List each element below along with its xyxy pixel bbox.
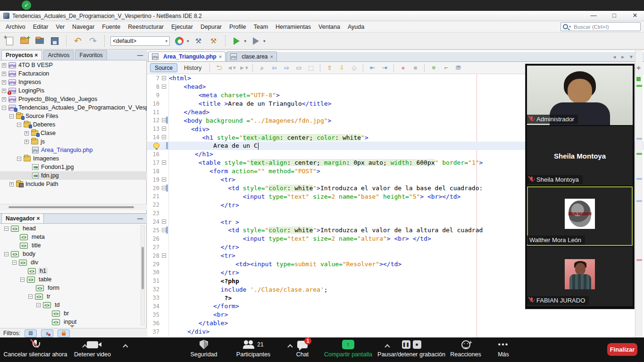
nav-tree-item[interactable]: <>h1 — [0, 267, 140, 275]
maximize-button[interactable]: □ — [607, 12, 621, 20]
tree-item[interactable]: −phpTendencias_Actuales_De_Programacion_… — [0, 103, 147, 112]
fold-collapse-icon[interactable]: − — [162, 160, 166, 165]
code-line[interactable]: 35 <br> — [147, 311, 644, 319]
nav-tree-item[interactable]: −<>table — [0, 275, 140, 284]
expand-icon[interactable]: + — [9, 182, 14, 186]
fold-collapse-icon[interactable]: − — [162, 84, 166, 89]
unmute-button[interactable]: Cancelar silenciar ahora — [0, 339, 71, 358]
participant-tile[interactable]: IRON MAIDENWalther Mora León — [527, 186, 633, 246]
quick-search[interactable]: ▾ Buscar (Ctrl+I) — [560, 22, 641, 31]
close-tab-icon[interactable]: × — [270, 54, 273, 59]
uncomment-button[interactable]: ⌐ — [441, 64, 451, 71]
pause-recording-icon[interactable]: ❚❚ — [402, 340, 410, 349]
stop-macro-recording-button[interactable]: ■ — [410, 64, 420, 71]
menu-ventana[interactable]: Ventana — [315, 22, 344, 32]
stop-recording-icon[interactable]: ■ — [413, 340, 421, 349]
tree-item[interactable]: −Imagenes — [0, 154, 147, 163]
scroll-tabs-left-icon[interactable]: ◄ — [612, 54, 617, 59]
fold-collapse-icon[interactable]: − — [162, 126, 166, 131]
browser-chrome-button[interactable] — [174, 35, 185, 47]
expand-icon[interactable]: + — [2, 89, 6, 93]
build-project-button[interactable]: ⚒ — [193, 35, 204, 47]
nav-tree-item[interactable]: <>title — [0, 241, 140, 250]
scroll-tabs-right-icon[interactable]: ► — [620, 54, 625, 59]
find-selection-button[interactable]: ⌕ — [257, 64, 267, 72]
menu-editar[interactable]: Editar — [29, 22, 52, 32]
debug-project-button[interactable] — [250, 35, 261, 47]
error-stripe-mark[interactable] — [636, 77, 641, 81]
menu-fuente[interactable]: Fuente — [98, 22, 124, 32]
tree-item[interactable]: +php!LogingPis — [0, 86, 147, 95]
nav-tree-item[interactable]: <>form — [0, 284, 140, 292]
error-stripe-mark[interactable] — [636, 259, 642, 261]
memory-view-button[interactable]: ⛃ — [453, 64, 463, 71]
minimize-panel-icon[interactable]: — — [137, 52, 143, 59]
fold-collapse-icon[interactable]: − — [162, 76, 166, 80]
last-edit-button[interactable]: ⮌ — [214, 64, 224, 71]
clean-build-button[interactable]: ⚒ — [208, 35, 219, 47]
rectangular-selection-button[interactable]: ⬚ — [306, 64, 316, 71]
new-file-button[interactable] — [4, 35, 15, 47]
collapse-icon[interactable]: − — [36, 303, 41, 307]
nav-tree-item[interactable]: <>br — [0, 309, 140, 318]
code-line[interactable]: 37 </div> — [147, 328, 644, 336]
share-screen-button[interactable]: ↑ Compartir pantalla — [321, 339, 376, 358]
nav-tree-item[interactable]: −<>tr — [0, 292, 140, 301]
expand-icon[interactable]: + — [2, 63, 6, 67]
open-project-button[interactable] — [34, 35, 45, 47]
start-macro-recording-button[interactable]: ● — [398, 64, 408, 71]
error-stripe-mark[interactable] — [636, 85, 642, 87]
menu-team[interactable]: Team — [250, 22, 272, 32]
expand-icon[interactable]: + — [25, 131, 29, 135]
tab-list-icon[interactable]: ▼ — [629, 54, 634, 59]
end-meeting-button[interactable]: Finalizar — [607, 343, 637, 356]
menu-navegar[interactable]: Navegar — [68, 22, 98, 32]
collapse-icon[interactable]: − — [20, 278, 25, 282]
tree-item[interactable]: +phpProyecto_Blog_Video_Juegos — [0, 95, 147, 103]
expand-icon[interactable]: + — [25, 140, 29, 144]
find-previous-button[interactable]: ⇦ — [269, 64, 279, 71]
close-icon[interactable]: × — [36, 215, 40, 222]
forward-button[interactable]: ►▾ — [239, 64, 248, 71]
move-window-icon[interactable] — [636, 66, 642, 71]
editor-error-stripe[interactable] — [635, 51, 643, 337]
nav-tree-item[interactable]: <>meta — [0, 233, 140, 241]
undo-button[interactable]: ↶ — [72, 35, 84, 47]
tab-favoritos[interactable]: Favoritos — [75, 50, 107, 60]
close-button[interactable]: ✕ — [628, 12, 642, 20]
error-stripe-mark[interactable] — [636, 200, 642, 202]
fold-collapse-icon[interactable]: − — [162, 228, 166, 232]
filter-show-private-button[interactable] — [58, 329, 70, 337]
vertical-scrollbar[interactable] — [141, 225, 145, 325]
redo-button[interactable]: ↷ — [87, 35, 99, 47]
close-tab-icon[interactable]: × — [219, 54, 222, 59]
nav-tree-item[interactable]: −<>div — [0, 258, 140, 267]
menu-ejecutar[interactable]: Ejecutar — [167, 22, 197, 32]
find-next-button[interactable]: ⇨ — [282, 64, 291, 71]
expand-icon[interactable]: + — [2, 72, 6, 76]
fold-collapse-icon[interactable]: − — [162, 135, 166, 139]
tree-item[interactable]: phpArea_Triangulo.php — [0, 146, 147, 154]
chevron-down-icon[interactable]: ▾ — [263, 39, 266, 43]
tab-proyectos[interactable]: Proyectos × — [1, 50, 42, 60]
fold-collapse-icon[interactable]: − — [162, 253, 166, 258]
error-stripe-mark[interactable] — [636, 153, 642, 155]
menu-ayuda[interactable]: Ayuda — [344, 22, 368, 32]
menu-archivo[interactable]: Archivo — [2, 22, 29, 32]
fold-collapse-icon[interactable]: − — [162, 219, 166, 224]
error-stripe-mark[interactable] — [636, 178, 642, 180]
horizontal-scrollbar[interactable] — [0, 204, 147, 210]
tree-item[interactable]: +js — [0, 137, 147, 146]
minimize-panel-icon[interactable]: — — [137, 215, 143, 222]
nav-tree-item[interactable]: −<>td — [0, 301, 140, 309]
chat-button[interactable]: 1 Chat — [287, 339, 318, 358]
editor-tab-area-triangulo-php[interactable]: phpArea_Triangulo.php× — [148, 51, 226, 61]
fold-collapse-icon[interactable]: − — [162, 118, 166, 122]
tree-item[interactable]: Fondon1.jpg — [0, 163, 147, 171]
hint-lightbulb-icon[interactable] — [153, 143, 159, 149]
fold-collapse-icon[interactable]: − — [162, 186, 166, 190]
previous-bookmark-button[interactable]: ⇧ — [325, 64, 334, 71]
reactions-button[interactable]: + Reacciones — [447, 339, 484, 358]
source-view-button[interactable]: Source — [150, 63, 177, 72]
pause-stop-recording-button[interactable]: ❚❚ ■ Pausar/detener grabación — [376, 339, 447, 358]
